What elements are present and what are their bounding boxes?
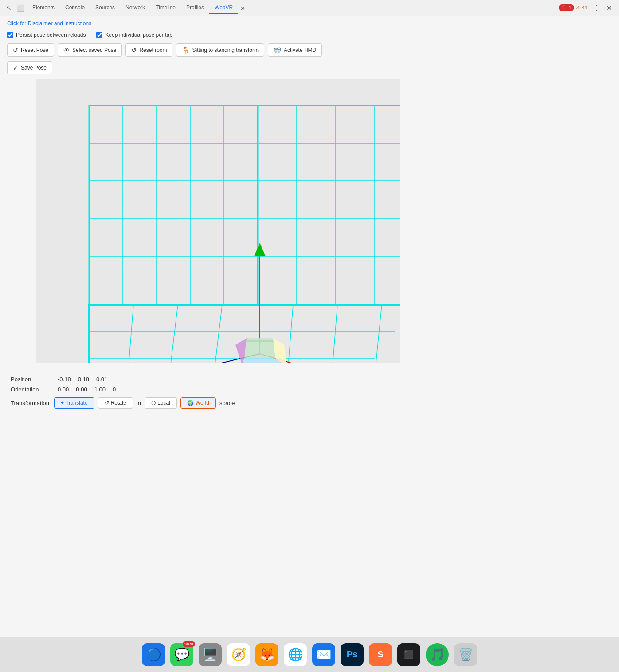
rotate-icon: ↺ (105, 400, 109, 406)
svg-marker-1 (89, 105, 258, 305)
room-svg (36, 79, 400, 363)
messages-badge: 3878 (183, 641, 195, 647)
warn-badge: ⚠ 44 (576, 5, 587, 11)
persist-pose-checkbox[interactable] (7, 32, 13, 38)
tab-elements[interactable]: Elements (27, 2, 60, 14)
chrome-icon: 🌐 (288, 647, 303, 662)
disclaimer-link[interactable]: Click for Disclaimer and instructions (7, 20, 91, 27)
orientation-z: 1.00 (94, 386, 106, 393)
close-devtools-btn[interactable]: ✕ (603, 3, 615, 13)
sysinfo-icon: 🖥️ (203, 647, 218, 662)
orientation-label: Orientation (11, 386, 51, 393)
position-x: -0.18 (58, 376, 71, 383)
dock-safari[interactable]: 🧭 (227, 643, 250, 666)
orientation-values: 0.00 0.00 1.00 0 (58, 386, 116, 393)
safari-icon: 🧭 (231, 647, 247, 662)
mail-icon: ✉️ (316, 647, 332, 662)
more-tabs-btn[interactable]: » (238, 2, 247, 14)
dock-sysinfo[interactable]: 🖥️ (199, 643, 222, 666)
save-pose-btn[interactable]: ✓ Save Pose (7, 61, 52, 74)
translate-icon: + (61, 400, 64, 406)
sitting-transform-btn[interactable]: 🪑 Sitting to standing transform (176, 43, 264, 57)
trash-icon: 🗑️ (458, 647, 474, 662)
position-values: -0.18 0.18 0.01 (58, 376, 107, 383)
tab-network[interactable]: Network (120, 2, 150, 14)
dock-photoshop[interactable]: Ps (341, 643, 364, 666)
dock-trash[interactable]: 🗑️ (454, 643, 477, 666)
tab-profiles[interactable]: Profiles (181, 2, 209, 14)
dock-sublime[interactable]: S (369, 643, 392, 666)
individual-pose-label[interactable]: Keep individual pose per tab (96, 32, 172, 38)
firefox-icon: 🦊 (259, 647, 275, 662)
save-pose-icon: ✓ (13, 64, 18, 71)
local-icon: ⬡ (151, 400, 156, 406)
dock-messages[interactable]: 💬 3878 (170, 643, 193, 666)
inspector-icon-btn[interactable]: ⬜ (14, 3, 27, 13)
orientation-x: 0.00 (58, 386, 69, 393)
tab-timeline[interactable]: Timeline (150, 2, 181, 14)
dock-finder[interactable]: 🔵 (142, 643, 165, 666)
cursor-icon-btn[interactable]: ↖ (4, 3, 14, 13)
terminal-icon: ⬛ (404, 650, 414, 660)
transformation-label: Transformation (11, 400, 51, 406)
action-buttons-row1: ↺ Reset Pose 👁 Select saved Pose ↺ Reset… (7, 43, 612, 57)
position-y: 0.18 (78, 376, 89, 383)
mac-dock: 🔵 💬 3878 🖥️ 🧭 🦊 🌐 ✉️ Ps S ⬛ 🎵 🗑️ (0, 637, 619, 672)
persist-pose-label[interactable]: Persist pose between reloads (7, 32, 86, 38)
hmd-icon: 🥽 (274, 47, 281, 54)
svg-marker-41 (246, 340, 274, 342)
rotate-btn[interactable]: ↺ Rotate (98, 397, 133, 409)
viewport-canvas[interactable] (36, 79, 400, 363)
webvr-panel: Click for Disclaimer and instructions Pe… (0, 16, 619, 672)
finder-icon: 🔵 (146, 647, 161, 662)
kebab-menu-btn[interactable]: ⋮ (591, 2, 603, 14)
local-btn[interactable]: ⬡ Local (145, 397, 177, 409)
orientation-w: 0 (113, 386, 116, 393)
position-row: Position -0.18 0.18 0.01 (11, 376, 608, 383)
translate-btn[interactable]: + Translate (54, 397, 94, 409)
spotify-icon: 🎵 (430, 647, 445, 662)
transformation-row: Transformation + Translate ↺ Rotate in ⬡… (11, 397, 608, 409)
dock-spotify[interactable]: 🎵 (426, 643, 449, 666)
checkboxes-row: Persist pose between reloads Keep indivi… (7, 32, 612, 38)
activate-hmd-btn[interactable]: 🥽 Activate HMD (268, 43, 322, 57)
svg-marker-2 (258, 105, 400, 305)
sitting-icon: 🪑 (182, 47, 189, 54)
orientation-y: 0.00 (76, 386, 87, 393)
reset-pose-icon: ↺ (13, 47, 18, 54)
action-buttons-row2: ✓ Save Pose (7, 61, 612, 74)
dock-firefox[interactable]: 🦊 (255, 643, 278, 666)
in-label: in (137, 400, 141, 406)
space-label: space (219, 400, 235, 406)
individual-pose-checkbox[interactable] (96, 32, 102, 38)
dock-mail[interactable]: ✉️ (312, 643, 335, 666)
messages-icon: 💬 (174, 647, 190, 662)
select-pose-icon: 👁 (63, 47, 70, 54)
position-label: Position (11, 376, 51, 383)
error-badge: 🚫 1 (559, 4, 574, 11)
orientation-row: Orientation 0.00 0.00 1.00 0 (11, 386, 608, 393)
tab-console[interactable]: Console (60, 2, 90, 14)
info-section: Position -0.18 0.18 0.01 Orientation 0.0… (7, 376, 612, 409)
reset-room-icon: ↺ (131, 47, 137, 54)
world-icon: 🌍 (187, 400, 194, 406)
sublime-icon: S (377, 649, 383, 660)
reset-pose-btn[interactable]: ↺ Reset Pose (7, 43, 54, 57)
photoshop-icon: Ps (347, 649, 357, 660)
viewport-container (7, 79, 428, 363)
reset-room-btn[interactable]: ↺ Reset room (125, 43, 172, 57)
select-pose-btn[interactable]: 👁 Select saved Pose (58, 43, 122, 57)
world-btn[interactable]: 🌍 World (180, 397, 216, 409)
tab-sources[interactable]: Sources (90, 2, 120, 14)
dock-terminal[interactable]: ⬛ (397, 643, 420, 666)
position-z: 0.01 (96, 376, 107, 383)
devtools-tabbar: ↖ ⬜ Elements Console Sources Network Tim… (0, 0, 619, 16)
tab-webvr[interactable]: WebVR (209, 2, 238, 14)
dock-chrome[interactable]: 🌐 (284, 643, 307, 666)
